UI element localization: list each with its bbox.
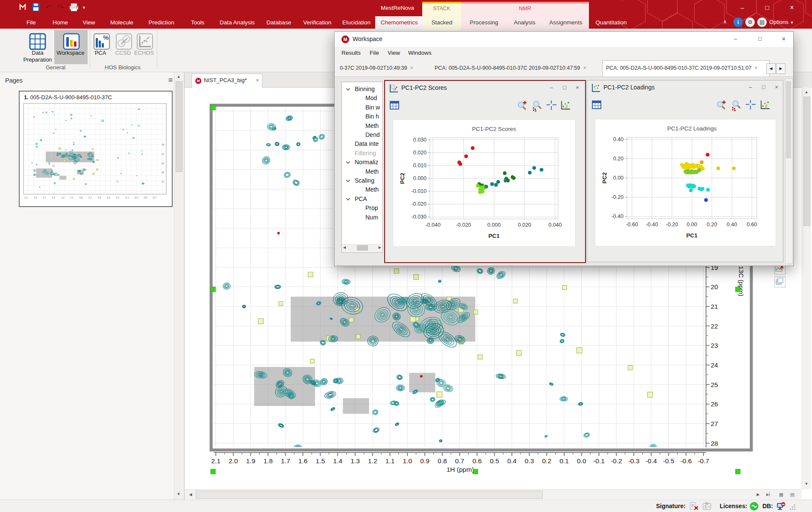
toolbar-button-echos[interactable]	[132, 30, 158, 64]
document-vertical-scrollbar[interactable]: ▲ ▼	[802, 87, 811, 489]
ribbon-tab-prediction[interactable]: Prediction	[141, 16, 182, 29]
workspace-menu-results[interactable]: Results	[341, 50, 361, 56]
tree-item-filtering[interactable]: Filtering	[342, 149, 383, 158]
ribbon-tab-molecule[interactable]: Molecule	[103, 16, 141, 29]
selection-handle[interactable]	[736, 287, 740, 292]
tree-horizontal-scrollbar[interactable]: ◀ ▶	[342, 244, 382, 252]
scroll-down-icon[interactable]: ▼	[802, 480, 811, 488]
pc1-pc2-scores-window[interactable]: PC1-PC2 Scores – □ × -0.040-0.0200.0000.…	[384, 80, 586, 263]
document-tab[interactable]: M NIST_PCA3_big* ×	[191, 74, 262, 88]
scroll-right-icon[interactable]: ▶	[379, 246, 381, 249]
ribbon-tab-chemometrics[interactable]: Chemometrics	[375, 16, 423, 29]
tree-item-binning[interactable]: Binning	[342, 85, 383, 94]
tree-item-meth[interactable]: Meth	[342, 185, 383, 194]
layers-icon[interactable]	[774, 276, 786, 287]
ribbon-tab-assignments[interactable]: Assignments	[543, 16, 589, 29]
tree-item-normaliz[interactable]: Normaliz	[342, 158, 383, 167]
tree-item-bin-h[interactable]: Bin h	[342, 112, 383, 121]
selection-handle[interactable]	[473, 469, 478, 474]
window-minimize-button[interactable]: –	[733, 2, 751, 14]
pages-scrollbar[interactable]: ▲ ▼	[174, 72, 183, 500]
ribbon-tab-processing[interactable]: Processing	[462, 16, 506, 29]
toolbar-button-pca[interactable]: %	[89, 30, 115, 64]
save-icon[interactable]	[32, 3, 40, 12]
workspace-titlebar[interactable]: M Workspace – □ ×	[335, 32, 793, 47]
tree-item-pca[interactable]: PCA	[342, 195, 383, 204]
tree-item-dend[interactable]: Dend	[342, 130, 383, 139]
window-close-button[interactable]: ×	[783, 2, 801, 14]
workspace-menu-windows[interactable]: Windows	[408, 50, 432, 56]
ribbon-tab-verification[interactable]: Verification	[297, 16, 338, 29]
resize-grip[interactable]	[790, 504, 796, 512]
minimize-button[interactable]: –	[545, 83, 557, 92]
tree-item-num[interactable]: Num	[342, 213, 383, 222]
tree-item-meth[interactable]: Meth	[342, 121, 383, 130]
tab-scroll-right-icon[interactable]: ▶	[776, 63, 786, 74]
scrollbar-thumb[interactable]	[196, 491, 543, 499]
ribbon-tab-file[interactable]: File	[17, 16, 45, 29]
close-icon[interactable]: ×	[256, 77, 259, 83]
page-grid-icon[interactable]: ▦	[777, 491, 786, 498]
close-icon[interactable]: ×	[583, 65, 586, 71]
page-thumbnail-item[interactable]: 1. 005-D2A-S-U-900-8495-010-37C 2.11.91.…	[19, 91, 173, 207]
workspace-window[interactable]: M Workspace – □ × ResultsFileViewWindows…	[334, 31, 794, 266]
selection-handle[interactable]	[211, 105, 215, 110]
close-button[interactable]: ×	[571, 83, 583, 92]
more-dropdown-icon[interactable]: ▼	[82, 3, 86, 12]
minimize-button[interactable]: –	[744, 83, 756, 92]
ribbon-tab-database[interactable]: Database	[261, 16, 297, 29]
selection-handle[interactable]	[211, 287, 215, 292]
float-panel-icon[interactable]: ⊞	[168, 77, 173, 83]
tree-item-meth[interactable]: Meth	[342, 167, 383, 176]
info-icon[interactable]: i	[733, 18, 743, 27]
workspace-vertical-scrollbar[interactable]	[785, 78, 793, 264]
tree-item-bin-w[interactable]: Bin w	[342, 103, 383, 112]
scroll-left-icon[interactable]: ◀	[186, 491, 195, 498]
tab-scroll-left-icon[interactable]: ◀	[766, 63, 776, 74]
ribbon-tab-stacked[interactable]: Stacked	[423, 16, 461, 29]
scrollbar-thumb[interactable]	[786, 81, 791, 158]
workspace-menu-file[interactable]: File	[370, 50, 379, 56]
ribbon-tab-elucidation[interactable]: Elucidation	[338, 16, 375, 29]
scroll-left-icon[interactable]: ◀	[343, 246, 346, 249]
id-badge-icon[interactable]	[703, 502, 711, 512]
print-icon[interactable]	[69, 3, 79, 12]
window-maximize-button[interactable]: □	[758, 2, 776, 14]
workspace-settings-tree[interactable]: BinningModBin wBin hMethDendData inteFil…	[341, 82, 383, 253]
selection-handle[interactable]	[736, 469, 740, 474]
database-disconnected-icon[interactable]	[776, 502, 786, 512]
tree-item-data-inte[interactable]: Data inte	[342, 139, 383, 148]
signature-invalid-icon[interactable]	[690, 502, 698, 512]
redo-icon[interactable]: ↷	[57, 3, 64, 12]
scrollbar-thumb[interactable]	[176, 81, 182, 172]
gear-icon[interactable]: ⚙	[745, 18, 755, 27]
page-list-icon[interactable]: ▤	[788, 491, 797, 498]
scrollbar-thumb[interactable]	[803, 97, 810, 226]
clipboard-icon[interactable]: ▤	[757, 18, 767, 27]
ribbon-tab-view[interactable]: View	[75, 16, 103, 29]
maximize-button[interactable]: □	[758, 83, 770, 92]
close-button[interactable]: ×	[771, 83, 783, 92]
toolbar-button-workspace[interactable]	[59, 30, 84, 64]
workspace-menu-view[interactable]: View	[388, 50, 400, 56]
ribbon-collapse-icon[interactable]: ∧	[723, 19, 727, 25]
ribbon-tab-tools[interactable]: Tools	[182, 16, 214, 29]
license-ok-icon[interactable]	[750, 502, 759, 512]
ribbon-tab-home[interactable]: Home	[45, 16, 75, 29]
next-page-icon[interactable]: ▶▏	[765, 491, 774, 498]
scroll-right-icon[interactable]: ▶	[754, 491, 762, 498]
minimize-button[interactable]: –	[729, 34, 742, 44]
mnova-logo[interactable]	[19, 3, 26, 12]
close-icon[interactable]: ×	[754, 65, 757, 71]
selection-handle[interactable]	[211, 469, 215, 474]
ribbon-tab-analysis[interactable]: Analysis	[506, 16, 543, 29]
close-icon[interactable]: ×	[410, 65, 413, 71]
tree-item-scaling[interactable]: Scaling	[342, 176, 383, 185]
scroll-up-icon[interactable]: ▲	[802, 88, 811, 96]
document-horizontal-scrollbar[interactable]: ◀ ▶ ▶▏ ▦ ▤	[184, 489, 802, 499]
scroll-up-icon[interactable]: ▲	[174, 73, 183, 80]
ribbon-tab-quantitation[interactable]: Quantitation	[590, 16, 633, 29]
tree-item-prop[interactable]: Prop	[342, 204, 383, 213]
workspace-tab[interactable]: 0-37C 2019-09-02T10:49:39×	[336, 60, 432, 76]
workspace-tab[interactable]: PCA: 005-D2A-S-U-900-8495-010-37C 2019-0…	[431, 60, 603, 76]
